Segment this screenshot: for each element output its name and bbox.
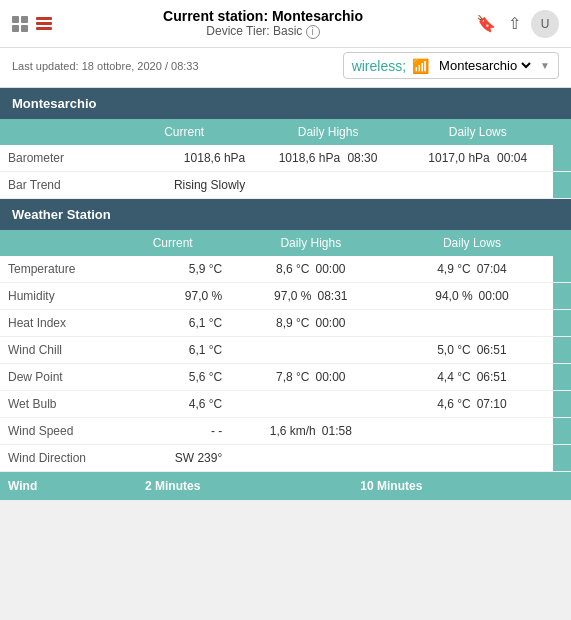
ws-col-daily-highs: Daily Highs xyxy=(230,230,391,256)
col-label xyxy=(0,119,115,145)
barometer-high-value: 1018,6 hPa xyxy=(279,151,340,165)
table-row: Humidity97,0 %97,0 %08:3194,0 %00:00 xyxy=(0,283,571,310)
high-time: 01:58 xyxy=(322,424,352,438)
avatar[interactable]: U xyxy=(531,10,559,38)
station-name-value: Montesarchio xyxy=(272,8,363,24)
barometer-low: 1017,0 hPa 00:04 xyxy=(403,145,553,172)
high-value: 7,8 °C xyxy=(276,370,309,384)
share-button[interactable]: ⇧ xyxy=(506,12,523,35)
station-dropdown[interactable]: Montesarchio xyxy=(435,57,534,74)
low-value: 5,0 °C xyxy=(437,343,470,357)
ws-row-1-label: Humidity xyxy=(0,283,115,310)
ws-row-2-label: Heat Index xyxy=(0,310,115,337)
ws-row-5-label: Wet Bulb xyxy=(0,391,115,418)
bartrend-low xyxy=(403,172,553,199)
bartrend-label: Bar Trend xyxy=(0,172,115,199)
barometer-high-time: 08:30 xyxy=(347,151,377,165)
ws-row-3-low: 5,0 °C06:51 xyxy=(391,337,552,364)
barometer-low-time: 00:04 xyxy=(497,151,527,165)
table-row: Heat Index6,1 °C8,9 °C00:00 xyxy=(0,310,571,337)
high-time: 08:31 xyxy=(317,289,347,303)
high-time: 00:00 xyxy=(316,262,346,276)
spacer-td xyxy=(553,337,571,364)
top-bar-left xyxy=(12,16,52,32)
ws-row-7-high xyxy=(230,445,391,472)
bookmark-button[interactable]: 🔖 xyxy=(474,12,498,35)
ws-row-6-high: 1,6 km/h01:58 xyxy=(230,418,391,445)
weather-station-section: Weather Station Current Daily Highs Dail… xyxy=(0,199,571,501)
spacer-cell2 xyxy=(553,172,571,199)
high-value: 8,6 °C xyxy=(276,262,309,276)
low-time: 07:10 xyxy=(477,397,507,411)
top-bar: Current station: Montesarchio Device Tie… xyxy=(0,0,571,48)
high-time: 00:00 xyxy=(316,316,346,330)
col-current: Current xyxy=(115,119,253,145)
grid-view-icon[interactable] xyxy=(12,16,28,32)
table-row: Dew Point5,6 °C7,8 °C00:004,4 °C06:51 xyxy=(0,364,571,391)
bartrend-high xyxy=(253,172,403,199)
ws-row-4-label: Dew Point xyxy=(0,364,115,391)
low-value: 94,0 % xyxy=(435,289,472,303)
wifi-icon: wireless; xyxy=(352,58,406,74)
ws-row-0-high: 8,6 °C00:00 xyxy=(230,256,391,283)
weather-station-table: Current Daily Highs Daily Lows Temperatu… xyxy=(0,230,571,501)
wind-row: Wind 2 Minutes 10 Minutes xyxy=(0,472,571,501)
spacer-td xyxy=(553,418,571,445)
device-tier: Device Tier: Basic i xyxy=(52,24,474,39)
device-label: Device Tier: xyxy=(206,24,269,38)
low-time: 07:04 xyxy=(477,262,507,276)
barometer-low-value: 1017,0 hPa xyxy=(428,151,489,165)
wind-10min: 10 Minutes xyxy=(230,472,552,501)
station-selector[interactable]: wireless; 📶 Montesarchio ▼ xyxy=(343,52,559,79)
ws-row-0-current: 5,9 °C xyxy=(115,256,230,283)
spacer-td xyxy=(553,364,571,391)
low-value: 4,6 °C xyxy=(437,397,470,411)
wind-label: Wind xyxy=(0,472,115,501)
table-row: Temperature5,9 °C8,6 °C00:004,9 °C07:04 xyxy=(0,256,571,283)
ws-row-5-high xyxy=(230,391,391,418)
table-row: Wind Chill6,1 °C5,0 °C06:51 xyxy=(0,337,571,364)
ws-col-daily-lows: Daily Lows xyxy=(391,230,552,256)
low-value: 4,4 °C xyxy=(437,370,470,384)
ws-row-6-current: - - xyxy=(115,418,230,445)
low-time: 06:51 xyxy=(477,343,507,357)
bartrend-current: Rising Slowly xyxy=(115,172,253,199)
low-time: 00:00 xyxy=(479,289,509,303)
montesarchio-section: Montesarchio Current Daily Highs Daily L… xyxy=(0,88,571,199)
montesarchio-table: Current Daily Highs Daily Lows Barometer… xyxy=(0,119,571,199)
ws-row-5-low: 4,6 °C07:10 xyxy=(391,391,552,418)
chevron-down-icon: ▼ xyxy=(540,60,550,71)
list-view-icon[interactable] xyxy=(36,16,52,32)
ws-row-3-label: Wind Chill xyxy=(0,337,115,364)
barometer-current: 1018,6 hPa xyxy=(115,145,253,172)
ws-row-4-low: 4,4 °C06:51 xyxy=(391,364,552,391)
ws-row-6-low xyxy=(391,418,552,445)
ws-row-7-low xyxy=(391,445,552,472)
ws-col-current: Current xyxy=(115,230,230,256)
low-time: 06:51 xyxy=(477,370,507,384)
wind-spacer xyxy=(553,472,571,501)
ws-row-3-high xyxy=(230,337,391,364)
montesarchio-header: Montesarchio xyxy=(0,88,571,119)
table-row: Wind Speed- -1,6 km/h01:58 xyxy=(0,418,571,445)
ws-col-spacer xyxy=(553,230,571,256)
station-info: Current station: Montesarchio Device Tie… xyxy=(52,8,474,39)
table-row: Bar Trend Rising Slowly xyxy=(0,172,571,199)
weather-station-header: Weather Station xyxy=(0,199,571,230)
ws-row-6-label: Wind Speed xyxy=(0,418,115,445)
ws-row-7-label: Wind Direction xyxy=(0,445,115,472)
top-bar-right: 🔖 ⇧ U xyxy=(474,10,559,38)
spacer-td xyxy=(553,283,571,310)
wind-2min: 2 Minutes xyxy=(115,472,230,501)
ws-row-4-high: 7,8 °C00:00 xyxy=(230,364,391,391)
ws-row-1-low: 94,0 %00:00 xyxy=(391,283,552,310)
barometer-high: 1018,6 hPa 08:30 xyxy=(253,145,403,172)
col-daily-lows: Daily Lows xyxy=(403,119,553,145)
ws-row-1-current: 97,0 % xyxy=(115,283,230,310)
device-tier-value: Basic xyxy=(273,24,302,38)
ws-row-0-label: Temperature xyxy=(0,256,115,283)
low-value: 4,9 °C xyxy=(437,262,470,276)
sub-bar: Last updated: 18 ottobre, 2020 / 08:33 w… xyxy=(0,48,571,88)
col-spacer xyxy=(553,119,571,145)
info-icon[interactable]: i xyxy=(306,25,320,39)
